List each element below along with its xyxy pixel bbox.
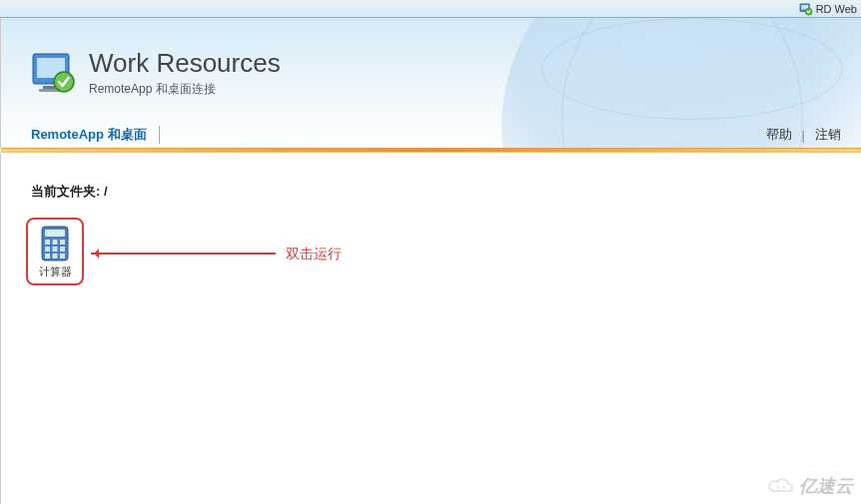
nav-row: RemoteApp 和桌面 帮助 | 注销 [31, 126, 851, 144]
watermark: 亿速云 [767, 474, 853, 498]
calculator-icon [40, 226, 70, 261]
content-area: 当前文件夹: / 计算器 双击运行 亿速云 [0, 153, 861, 504]
svg-rect-15 [60, 247, 65, 252]
app-calculator[interactable]: 计算器 [26, 218, 84, 285]
logo-block: Work Resources RemoteApp 和桌面连接 [31, 48, 281, 98]
signout-link[interactable]: 注销 [805, 126, 851, 144]
svg-rect-16 [45, 253, 50, 258]
browser-tab-label: RD Web [816, 3, 857, 15]
svg-point-20 [783, 486, 786, 489]
work-resources-icon [31, 52, 79, 96]
annotation-text: 双击运行 [286, 246, 342, 263]
svg-rect-13 [45, 247, 50, 252]
tab-remoteapp[interactable]: RemoteApp 和桌面 [31, 126, 160, 144]
svg-rect-10 [45, 240, 50, 245]
svg-rect-9 [45, 230, 65, 237]
svg-rect-12 [60, 240, 65, 245]
svg-point-19 [777, 486, 780, 489]
watermark-text: 亿速云 [799, 474, 853, 498]
svg-rect-17 [53, 253, 58, 258]
page-title: Work Resources [89, 48, 281, 79]
svg-rect-14 [53, 247, 58, 252]
current-folder-label: 当前文件夹: / [31, 183, 831, 201]
help-link[interactable]: 帮助 [756, 126, 802, 144]
header-banner: Work Resources RemoteApp 和桌面连接 RemoteApp… [0, 18, 861, 148]
rdweb-icon [799, 2, 813, 16]
browser-tab-bar: RD Web [0, 0, 861, 18]
app-label: 计算器 [30, 264, 80, 279]
svg-rect-11 [53, 240, 58, 245]
cloud-icon [767, 477, 795, 495]
page-subtitle: RemoteApp 和桌面连接 [89, 81, 281, 98]
annotation-arrow [91, 252, 276, 254]
svg-rect-18 [60, 253, 65, 258]
